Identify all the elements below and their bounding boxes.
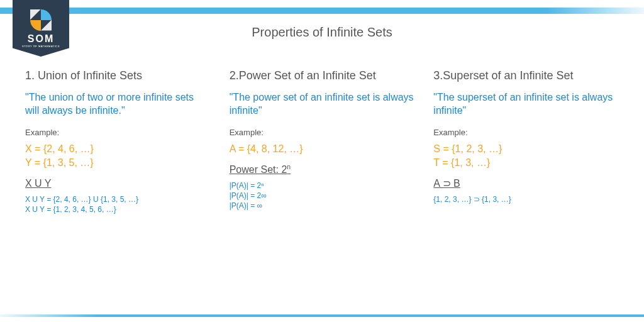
property-quote: "The union of two or more infinite sets … (25, 91, 211, 118)
set-definition: Y = {1, 3, 5, …} (25, 157, 211, 169)
brand-badge: SOM STORY OF MATHEMATICS (13, 0, 69, 57)
detail-line: {1, 2, 3, …} ⊃ {1, 3, …} (433, 194, 619, 204)
brand-icon (30, 9, 52, 31)
property-quote: "The superset of an infinite set is alwa… (433, 91, 619, 118)
rule-heading: X U Y (25, 177, 211, 189)
rule-heading: Power Set: 2n (230, 164, 415, 175)
example-label: Example: (433, 128, 619, 137)
set-definition: A = {4, 8, 12, …} (230, 143, 415, 155)
detail-line: |P(A)| = 2∞ (230, 191, 415, 201)
column-superset: 3.Superset of an Infinite Set "The super… (433, 69, 619, 214)
column-union: 1. Union of Infinite Sets "The union of … (25, 69, 211, 214)
column-heading: 2.Power Set of an Infinite Set (230, 69, 415, 82)
column-heading: 1. Union of Infinite Sets (25, 69, 211, 82)
detail-line: |P(A)| = ∞ (230, 201, 415, 211)
set-definition: T = {1, 3, …} (433, 157, 619, 169)
top-accent-bar (0, 8, 644, 14)
property-quote: "The power set of an infinite set is alw… (230, 91, 415, 118)
brand-tagline: STORY OF MATHEMATICS (22, 45, 60, 48)
set-definition: X = {2, 4, 6, …} (25, 143, 211, 155)
column-power-set: 2.Power Set of an Infinite Set "The powe… (230, 69, 415, 214)
detail-line: |P(A)| = 2ⁿ (230, 180, 415, 191)
set-definition: S = {1, 2, 3, …} (433, 143, 619, 155)
rule-heading: A ⊃ B (433, 177, 619, 189)
example-label: Example: (25, 128, 211, 137)
detail-line: X U Y = {2, 4, 6, …} U {1, 3, 5, …} (25, 194, 211, 204)
brand-name: SOM (28, 33, 54, 45)
bottom-accent-bar (0, 314, 644, 317)
column-heading: 3.Superset of an Infinite Set (433, 69, 619, 82)
page-title: Properties of Infinite Sets (0, 25, 644, 40)
detail-line: X U Y = {1, 2, 3, 4, 5, 6, …} (25, 204, 211, 214)
example-label: Example: (230, 128, 415, 137)
properties-columns: 1. Union of Infinite Sets "The union of … (25, 69, 619, 214)
